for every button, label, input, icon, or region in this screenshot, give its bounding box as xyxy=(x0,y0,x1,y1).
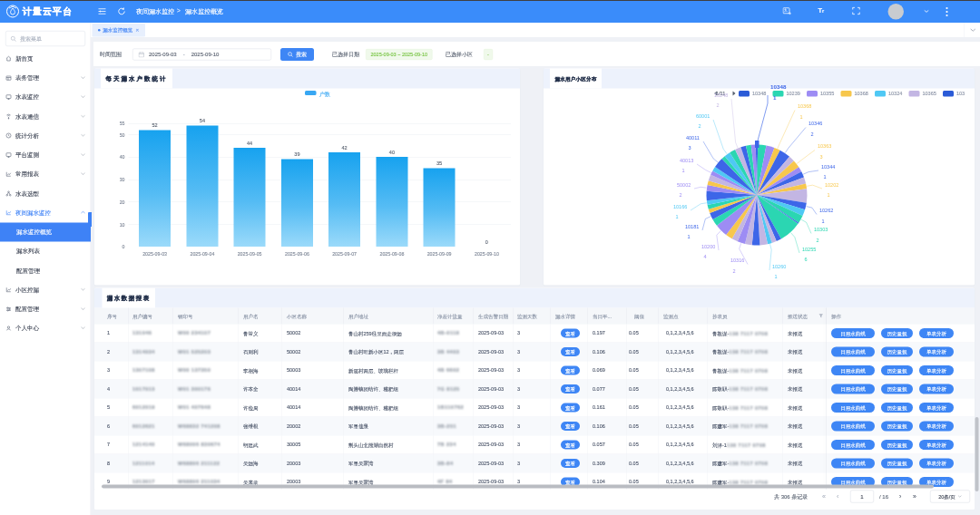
svg-text:40011: 40011 xyxy=(686,135,700,141)
svg-text:10344: 10344 xyxy=(821,164,835,170)
svg-text:60001: 60001 xyxy=(696,113,710,119)
svg-text:1: 1 xyxy=(682,168,685,173)
svg-text:10181: 10181 xyxy=(685,224,699,229)
svg-text:1: 1 xyxy=(824,174,827,180)
svg-text:50002: 50002 xyxy=(677,182,691,188)
svg-text:1: 1 xyxy=(676,214,679,219)
svg-text:10303: 10303 xyxy=(814,227,828,232)
svg-text:40013: 40013 xyxy=(680,158,693,163)
svg-text:3: 3 xyxy=(689,145,691,151)
svg-text:2: 2 xyxy=(680,192,682,198)
svg-text:3: 3 xyxy=(820,154,823,160)
svg-text:10166: 10166 xyxy=(673,204,687,209)
svg-text:10368: 10368 xyxy=(798,103,811,109)
svg-text:1: 1 xyxy=(828,192,830,198)
svg-text:2: 2 xyxy=(817,238,819,243)
svg-text:10262: 10262 xyxy=(819,208,833,213)
svg-text:1: 1 xyxy=(773,94,777,101)
svg-text:10248: 10248 xyxy=(714,92,728,98)
svg-text:10260: 10260 xyxy=(772,264,786,269)
svg-text:10348: 10348 xyxy=(770,83,787,90)
svg-text:2: 2 xyxy=(811,131,814,137)
svg-text:1: 1 xyxy=(775,274,778,279)
svg-text:10363: 10363 xyxy=(818,143,831,149)
svg-text:1: 1 xyxy=(688,234,691,239)
svg-text:10316: 10316 xyxy=(730,258,744,263)
svg-text:1: 1 xyxy=(800,114,803,120)
svg-text:1: 1 xyxy=(822,219,825,224)
svg-text:10346: 10346 xyxy=(808,121,822,126)
svg-text:10200: 10200 xyxy=(701,244,715,249)
svg-text:2: 2 xyxy=(717,102,720,108)
svg-text:10255: 10255 xyxy=(802,247,816,252)
svg-text:6: 6 xyxy=(805,257,808,262)
svg-text:10202: 10202 xyxy=(825,182,838,188)
svg-text:2: 2 xyxy=(699,123,701,129)
svg-text:4: 4 xyxy=(704,254,707,259)
svg-text:2: 2 xyxy=(733,268,736,274)
